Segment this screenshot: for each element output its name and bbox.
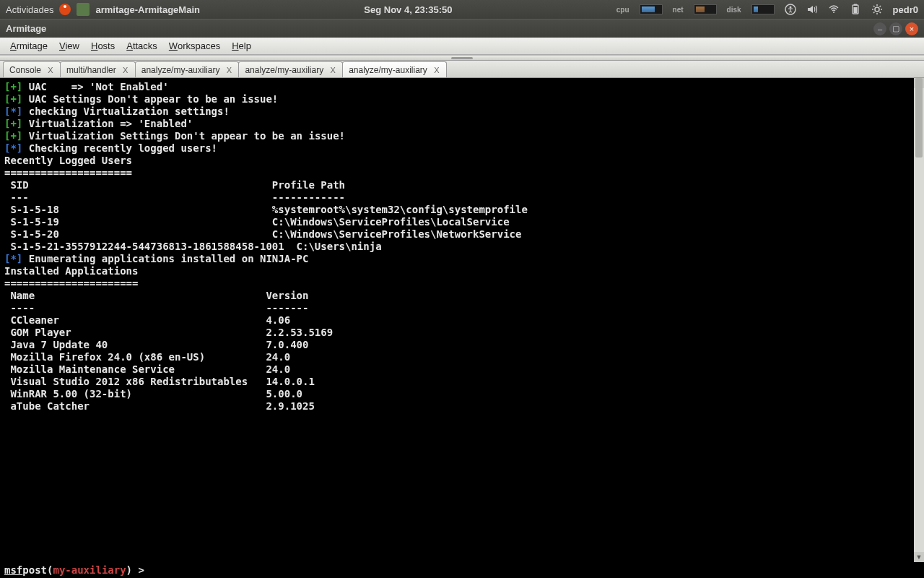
tab-0[interactable]: ConsoleX xyxy=(3,61,61,77)
svg-point-1 xyxy=(789,7,791,9)
wifi-icon[interactable] xyxy=(828,4,840,15)
minimize-button[interactable]: – xyxy=(873,22,886,35)
user-menu[interactable]: pedr0 xyxy=(893,4,918,15)
prompt-input[interactable]: msf post(my-auxiliary) > xyxy=(0,562,914,578)
console-line: [+] UAC => 'Not Enabled' xyxy=(4,81,920,93)
console-line: ---- ------- xyxy=(4,302,920,314)
console-line: Name Version xyxy=(4,290,920,302)
console-line: Installed Applications xyxy=(4,265,920,277)
tab-2[interactable]: analyze/my-auxiliaryX xyxy=(135,61,240,77)
console-line: Mozilla Firefox 24.0 (x86 en-US) 24.0 xyxy=(4,351,920,363)
console-line: SID Profile Path xyxy=(4,179,920,191)
net-label: net xyxy=(673,6,684,14)
prompt-post: ) > xyxy=(126,564,144,576)
tab-label: analyze/my-auxiliary xyxy=(141,65,220,75)
panel-clock[interactable]: Seg Nov 4, 23:35:50 xyxy=(200,4,616,15)
tab-3[interactable]: analyze/my-auxiliaryX xyxy=(238,61,343,77)
console-line: --- ------------ xyxy=(4,191,920,204)
svg-rect-5 xyxy=(853,7,857,13)
cpu-gauge[interactable] xyxy=(640,4,663,14)
menubar: ArmitageViewHostsAttacksWorkspacesHelp xyxy=(0,38,924,55)
menu-workspaces[interactable]: Workspaces xyxy=(163,39,226,53)
menu-attacks[interactable]: Attacks xyxy=(121,39,163,53)
active-app-title[interactable]: armitage-ArmitageMain xyxy=(95,4,199,15)
tab-label: multi/handler xyxy=(66,65,116,75)
ubuntu-logo-icon[interactable] xyxy=(59,4,71,15)
console-line: S-1-5-21-3557912244-544736813-1861588458… xyxy=(4,241,920,253)
console-line: Mozilla Maintenance Service 24.0 xyxy=(4,363,920,376)
vertical-scrollbar[interactable]: ▲ ▼ xyxy=(914,78,924,562)
console-line: aTube Catcher 2.9.1025 xyxy=(4,400,920,413)
maximize-button[interactable]: ▢ xyxy=(889,22,902,35)
net-gauge[interactable] xyxy=(694,4,717,14)
scrollbar-thumb[interactable] xyxy=(915,78,923,158)
console-output[interactable]: [+] UAC => 'Not Enabled'[+] UAC Settings… xyxy=(0,78,924,562)
tab-4[interactable]: analyze/my-auxiliaryX xyxy=(342,61,447,77)
tab-row: ConsoleXmulti/handlerXanalyze/my-auxilia… xyxy=(0,61,924,78)
prompt-pre: post( xyxy=(22,564,53,576)
menu-help[interactable]: Help xyxy=(226,39,257,53)
console-line: S-1-5-18 %systemroot%\system32\config\sy… xyxy=(4,204,920,216)
console-line: Recently Logged Users xyxy=(4,155,920,167)
scroll-down-arrow[interactable]: ▼ xyxy=(914,552,924,562)
console-line: Visual Studio 2012 x86 Redistributables … xyxy=(4,376,920,388)
console-line: WinRAR 5.00 (32-bit) 5.00.0 xyxy=(4,388,920,400)
close-button[interactable]: × xyxy=(905,22,918,35)
console-line: [+] Virtualization => 'Enabled' xyxy=(4,118,920,130)
tab-close-icon[interactable]: X xyxy=(45,65,56,75)
battery-icon[interactable] xyxy=(850,4,861,15)
tab-label: analyze/my-auxiliary xyxy=(349,65,427,75)
console-line: [+] Virtualization Settings Don't appear… xyxy=(4,130,920,142)
desktop-top-panel: Actividades armitage-ArmitageMain Seg No… xyxy=(0,0,924,19)
disk-label: disk xyxy=(727,6,741,14)
tab-close-icon[interactable]: X xyxy=(328,65,338,75)
svg-point-6 xyxy=(875,7,879,12)
prompt-msf: msf xyxy=(4,564,22,576)
console-line: Java 7 Update 40 7.0.400 xyxy=(4,339,920,351)
volume-icon[interactable] xyxy=(806,4,818,15)
console-line: GOM Player 2.2.53.5169 xyxy=(4,327,920,339)
tab-label: analyze/my-auxiliary xyxy=(245,65,323,75)
console-line: [*] Checking recently logged users! xyxy=(4,142,920,155)
console-line: [+] UAC Settings Don't appear to be an i… xyxy=(4,93,920,105)
console-line: S-1-5-19 C:\Windows\ServiceProfiles\Loca… xyxy=(4,216,920,228)
svg-rect-4 xyxy=(854,4,857,6)
accessibility-icon[interactable] xyxy=(785,4,796,15)
tab-close-icon[interactable]: X xyxy=(432,65,442,75)
tab-label: Console xyxy=(9,65,41,75)
window-title: Armitage xyxy=(6,23,873,34)
activities-button[interactable]: Actividades xyxy=(6,4,53,15)
console-line: ===================== xyxy=(4,167,920,179)
gear-icon[interactable] xyxy=(871,4,883,15)
tab-1[interactable]: multi/handlerX xyxy=(60,61,136,77)
tab-close-icon[interactable]: X xyxy=(121,65,131,75)
console-line: [*] Enumerating applications installed o… xyxy=(4,253,920,265)
console-line: [*] checking Virtualization settings! xyxy=(4,105,920,118)
tab-close-icon[interactable]: X xyxy=(224,65,234,75)
split-handle[interactable] xyxy=(0,55,924,61)
prompt-module: my-auxiliary xyxy=(53,564,126,576)
active-app-icon[interactable] xyxy=(77,3,90,16)
console-panel: [+] UAC => 'Not Enabled'[+] UAC Settings… xyxy=(0,78,924,578)
console-line: CCleaner 4.06 xyxy=(4,314,920,327)
svg-point-2 xyxy=(833,12,834,13)
console-line: ====================== xyxy=(4,277,920,290)
disk-gauge[interactable] xyxy=(751,4,775,14)
console-line: S-1-5-20 C:\Windows\ServiceProfiles\Netw… xyxy=(4,228,920,241)
menu-hosts[interactable]: Hosts xyxy=(85,39,121,53)
cpu-label: cpu xyxy=(616,6,629,14)
menu-armitage[interactable]: Armitage xyxy=(4,39,53,53)
menu-view[interactable]: View xyxy=(53,39,85,53)
window-titlebar[interactable]: Armitage – ▢ × xyxy=(0,19,924,38)
